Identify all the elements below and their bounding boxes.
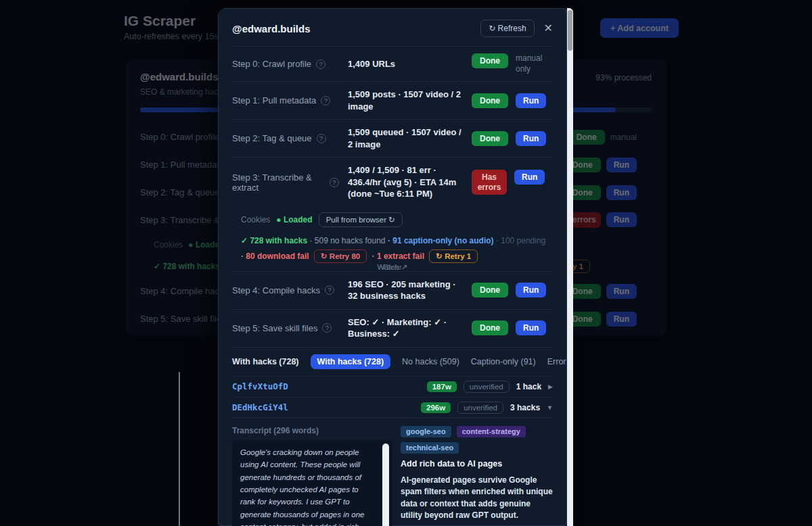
transcript-column: Transcript (296 words) Google's cracking… <box>232 425 392 526</box>
modal-scrollbar[interactable] <box>567 8 573 526</box>
modal-scrollbar-thumb[interactable] <box>568 10 572 51</box>
screen: IG Scraper Auto-refreshes every 15s · + … <box>0 0 812 526</box>
transcript-scrollbar[interactable] <box>382 444 389 526</box>
account-detail-modal: @edward.builds ↻ Refresh ✕ Step 0: Crawl… <box>218 8 567 526</box>
transcript-text: Google's cracking down on people using A… <box>240 446 375 526</box>
post-row[interactable]: DEdHkcGiY4l Watch ↗ 296w unverified 3 ha… <box>232 398 553 419</box>
transcript-box[interactable]: Google's cracking down on people using A… <box>232 440 392 526</box>
detail-column-scrollbar[interactable] <box>179 372 180 526</box>
